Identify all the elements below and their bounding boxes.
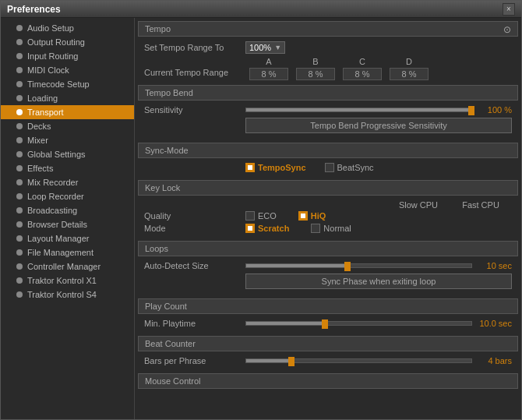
col-a-header: A <box>266 57 271 66</box>
tempo-bend-content: Sensitivity 100 % Tempo Bend Progressive… <box>138 102 518 141</box>
sidebar-item-broadcasting[interactable]: Broadcasting <box>1 203 134 217</box>
eco-option[interactable]: ECO <box>245 211 277 221</box>
auto-detect-thumb[interactable] <box>344 262 351 271</box>
tempo-sync-option[interactable]: TempoSync <box>245 163 306 172</box>
close-button[interactable]: × <box>503 3 515 16</box>
sidebar-item-loop-recorder[interactable]: Loop Recorder <box>1 189 134 203</box>
sync-mode-content: TempoSync BeatSync <box>138 160 518 178</box>
beat-sync-option[interactable]: BeatSync <box>325 163 374 172</box>
sidebar: Audio SetupOutput RoutingInput RoutingMI… <box>1 18 135 419</box>
sync-mode-header: Sync-Mode <box>138 143 518 158</box>
sidebar-label-broadcasting: Broadcasting <box>27 206 77 215</box>
sidebar-item-transport[interactable]: Transport <box>1 105 134 119</box>
auto-detect-slider-track[interactable] <box>245 263 472 268</box>
eco-radio[interactable] <box>245 211 255 221</box>
col-a-value: 8 % <box>249 68 288 80</box>
set-tempo-label: Set Tempo Range To <box>144 43 245 52</box>
sidebar-item-timecode-setup[interactable]: Timecode Setup <box>1 77 134 91</box>
bars-value: 4 bars <box>477 356 512 365</box>
sidebar-item-midi-clock[interactable]: MIDI Clock <box>1 63 134 77</box>
beat-sync-label: BeatSync <box>337 163 374 172</box>
sidebar-item-layout-manager[interactable]: Layout Manager <box>1 231 134 245</box>
loops-section: Loops Auto-Detect Size 10 sec <box>138 241 518 297</box>
fast-cpu-label: Fast CPU <box>450 200 512 210</box>
tempo-sync-label: TempoSync <box>258 163 306 172</box>
bars-thumb[interactable] <box>288 357 295 366</box>
play-count-content: Min. Playtime 10.0 sec <box>138 316 518 334</box>
sidebar-item-traktor-kontrol-x1[interactable]: Traktor Kontrol X1 <box>1 274 134 288</box>
hiq-radio[interactable] <box>298 211 308 221</box>
sidebar-item-input-routing[interactable]: Input Routing <box>1 49 134 63</box>
sidebar-label-midi-clock: MIDI Clock <box>27 65 69 75</box>
sensitivity-slider-track[interactable] <box>245 108 472 112</box>
auto-detect-label: Auto-Detect Size <box>144 261 245 270</box>
sidebar-dot-decks <box>16 123 23 129</box>
tempo-bend-header: Tempo Bend <box>138 85 518 101</box>
sidebar-item-traktor-kontrol-s4[interactable]: Traktor Kontrol S4 <box>1 288 134 302</box>
tempo-col-b: B 8 % <box>292 57 339 80</box>
tempo-col-d: D 8 % <box>386 57 432 80</box>
current-tempo-row: Current Tempo Range A 8 % B 8 % <box>144 57 512 80</box>
col-c-header: C <box>359 57 365 66</box>
title-bar: Preferences × <box>1 1 521 18</box>
sidebar-item-output-routing[interactable]: Output Routing <box>1 35 134 49</box>
beat-sync-radio[interactable] <box>325 163 334 172</box>
loops-content: Auto-Detect Size 10 sec Sync Phase when … <box>138 258 518 297</box>
sidebar-label-controller-manager: Controller Manager <box>27 262 101 271</box>
mode-radio-group: Scratch Normal <box>245 224 351 233</box>
tempo-bend-section: Tempo Bend Sensitivity 100 % <box>138 85 518 141</box>
sidebar-item-browser-details[interactable]: Browser Details <box>1 217 134 231</box>
sidebar-item-file-management[interactable]: File Management <box>1 245 134 259</box>
sidebar-label-effects: Effects <box>27 164 53 173</box>
sidebar-label-output-routing: Output Routing <box>27 37 85 47</box>
sidebar-item-mix-recorder[interactable]: Mix Recorder <box>1 175 134 189</box>
normal-option[interactable]: Normal <box>311 224 351 233</box>
tempo-range-dropdown[interactable]: 100% ▼ <box>245 41 285 54</box>
hiq-option[interactable]: HiQ <box>298 211 326 221</box>
tempo-sync-radio[interactable] <box>245 163 255 172</box>
sidebar-item-loading[interactable]: Loading <box>1 91 134 105</box>
sensitivity-slider-fill <box>246 108 471 111</box>
tempo-icon[interactable]: ⊙ <box>503 24 511 35</box>
sensitivity-slider-thumb[interactable] <box>468 106 474 115</box>
sidebar-label-audio-setup: Audio Setup <box>27 23 74 33</box>
sidebar-item-decks[interactable]: Decks <box>1 119 134 133</box>
sync-mode-radio-group: TempoSync BeatSync <box>245 163 374 172</box>
sidebar-dot-audio-setup <box>16 25 23 31</box>
sidebar-item-effects[interactable]: Effects <box>1 161 134 175</box>
sync-phase-btn-row: Sync Phase when exiting loop <box>144 274 512 291</box>
sidebar-dot-file-management <box>16 249 23 256</box>
preferences-window: Preferences × Audio SetupOutput RoutingI… <box>0 0 522 420</box>
bars-slider-track[interactable] <box>245 358 472 363</box>
min-playtime-slider-track[interactable] <box>245 321 472 326</box>
sync-mode-section: Sync-Mode TempoSync BeatSync <box>138 143 518 178</box>
beat-counter-content: Bars per Phrase 4 bars <box>138 353 518 372</box>
sidebar-item-global-settings[interactable]: Global Settings <box>1 147 134 161</box>
sidebar-label-mixer: Mixer <box>27 136 48 145</box>
sync-phase-btn[interactable]: Sync Phase when exiting loop <box>245 274 512 289</box>
key-lock-section: Key Lock Slow CPU Fast CPU Quality ECO <box>138 180 518 239</box>
tempo-bend-btn-row: Tempo Bend Progressive Sensitivity <box>144 118 512 135</box>
normal-radio[interactable] <box>311 224 320 233</box>
sidebar-item-controller-manager[interactable]: Controller Manager <box>1 259 134 274</box>
scratch-radio[interactable] <box>245 224 255 233</box>
cpu-labels-row: Slow CPU Fast CPU <box>144 200 512 210</box>
min-playtime-thumb[interactable] <box>322 319 328 329</box>
hiq-label: HiQ <box>311 211 326 221</box>
sidebar-item-mixer[interactable]: Mixer <box>1 133 134 147</box>
window-title: Preferences <box>7 4 61 15</box>
sensitivity-label: Sensitivity <box>144 105 245 115</box>
sidebar-item-audio-setup[interactable]: Audio Setup <box>1 21 134 35</box>
auto-detect-value: 10 sec <box>477 261 512 270</box>
tempo-header: Tempo ⊙ <box>138 21 518 37</box>
bars-per-phrase-row: Bars per Phrase 4 bars <box>144 356 512 365</box>
sidebar-dot-browser-details <box>16 221 23 228</box>
normal-label: Normal <box>323 224 351 233</box>
set-tempo-row: Set Tempo Range To 100% ▼ <box>144 41 512 54</box>
beat-counter-header: Beat Counter <box>138 336 518 351</box>
tempo-bend-progressive-btn[interactable]: Tempo Bend Progressive Sensitivity <box>245 118 512 133</box>
sidebar-label-browser-details: Browser Details <box>27 220 87 229</box>
auto-detect-slider-row: 10 sec <box>245 261 512 270</box>
scratch-label: Scratch <box>258 224 289 233</box>
scratch-option[interactable]: Scratch <box>245 224 289 233</box>
